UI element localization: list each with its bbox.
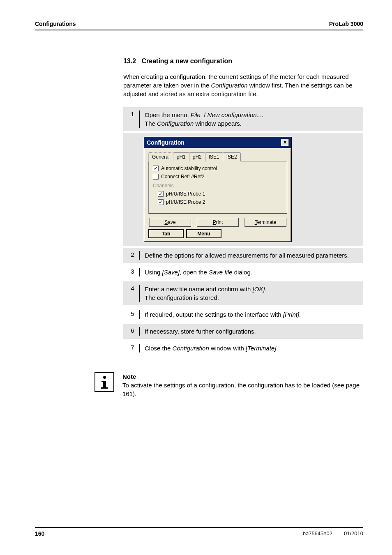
note-text: To activate the settings of a configurat… [122,381,363,398]
label-probe2: pH/U/ISE Probe 2 [166,199,205,205]
page-footer: 160 ba75645e02 01/2010 [35,527,363,537]
step-7-number: 7 [128,344,140,352]
step-7-text: Close the Configuration window with [Ter… [140,344,278,352]
checkbox-probe1[interactable]: ✓ [158,191,164,197]
step-4: 4 Enter a new file name and confirm with… [123,281,363,305]
header-left: Configurations [35,21,76,27]
label-auto-stability: Automatic stability control [161,166,217,171]
step-4-number: 4 [128,285,140,302]
checkbox-connect-ref[interactable] [153,174,159,180]
step-2: 2 Define the options for allowed measure… [123,248,363,263]
page-number: 160 [35,530,44,537]
step-5: 5 If required, output the settings to th… [123,307,363,322]
close-icon[interactable]: × [281,139,289,146]
dialog-titlebar: Configuration × [144,137,291,148]
menu-button[interactable]: Menu [186,229,221,238]
tab-button[interactable]: Tab [148,229,184,238]
step-6-number: 6 [128,327,140,336]
terminate-button[interactable]: Terminate [244,218,286,227]
group-channels: Channels [153,183,283,189]
step-5-number: 5 [128,310,140,319]
tab-ise2[interactable]: ISE2 [223,152,241,161]
label-probe1: pH/U/ISE Probe 1 [166,191,205,197]
section-title: Creating a new configuration [141,58,232,64]
intro-paragraph: When creating a configuration, the curre… [123,72,363,98]
header-right: ProLab 3000 [329,21,363,27]
configuration-dialog: Configuration × General pH1 pH2 ISE1 ISE… [144,137,292,242]
section-heading: 13.2 Creating a new configuration [123,58,363,65]
screenshot-container: Configuration × General pH1 pH2 ISE1 ISE… [123,133,363,246]
step-1-number: 1 [128,111,140,128]
section-number: 13.2 [123,58,136,64]
footer-code: ba75645e02 [303,530,332,537]
step-1: 1 Open the menu, File / New configuratio… [123,107,363,131]
step-6: 6 If necessary, store further configurat… [123,324,363,339]
save-button[interactable]: Save [149,218,191,227]
tab-ise1[interactable]: ISE1 [205,152,223,161]
info-icon [95,372,114,392]
step-3: 3 Using [Save], open the Save file dialo… [123,265,363,280]
step-3-text: Using [Save], open the Save file dialog. [140,268,252,276]
checkbox-auto-stability[interactable]: ✓ [153,166,159,171]
intro-em-configuration: Configuration [211,82,247,89]
dialog-title: Configuration [147,139,184,146]
footer-date: 01/2010 [344,530,363,537]
tab-general[interactable]: General [148,152,173,161]
tab-ph2[interactable]: pH2 [189,152,205,161]
print-button[interactable]: Print [197,218,239,227]
step-2-number: 2 [128,251,140,260]
label-connect-ref: Connect Ref1//Ref2 [161,174,204,180]
step-3-number: 3 [128,268,140,276]
step-7: 7 Close the Configuration window with [T… [123,341,363,356]
note-title: Note [122,372,363,381]
step-4-text: Enter a new file name and confirm with [… [140,285,267,302]
tab-strip: General pH1 pH2 ISE1 ISE2 [148,152,287,161]
tab-ph1[interactable]: pH1 [173,152,189,161]
step-5-text: If required, output the settings to the … [140,310,301,319]
tab-panel-general: ✓ Automatic stability control Connect Re… [148,161,287,214]
step-2-text: Define the options for allowed measureme… [140,251,349,260]
step-1-text: Open the menu, File / New configuration.… [140,111,263,128]
step-6-text: If necessary, store further configuratio… [140,327,256,336]
checkbox-probe2[interactable]: ✓ [158,199,164,205]
note-body: Note To activate the settings of a confi… [122,372,363,398]
